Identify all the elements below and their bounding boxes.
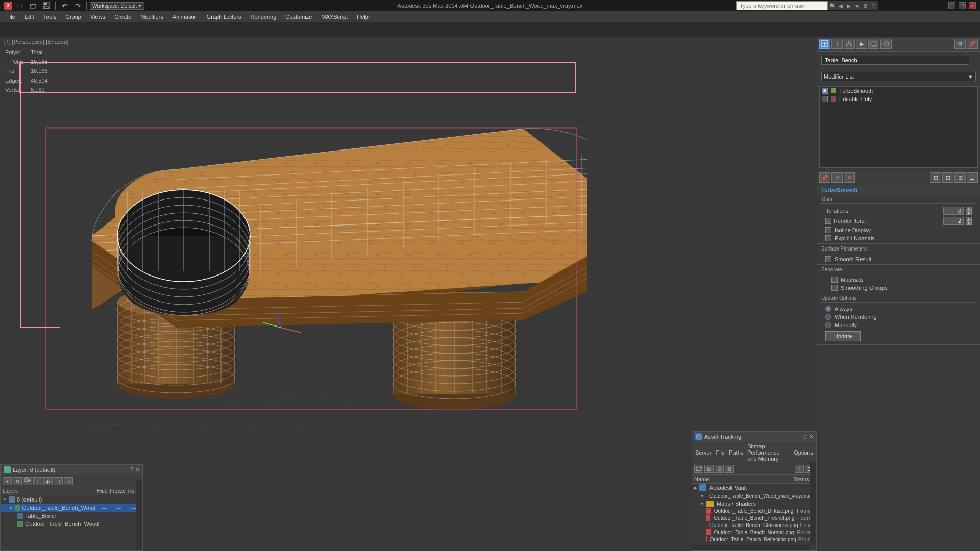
asset-item-max-file[interactable]: ▼ Outdoor_Table_Bench_Wood_max_vray.max … [692, 492, 816, 500]
panel-settings-btn[interactable]: ⚙ [954, 39, 966, 49]
iterations-down[interactable]: ▼ [966, 211, 972, 215]
menu-animation[interactable]: Animation [168, 13, 202, 21]
panel-create-btn[interactable] [819, 39, 830, 49]
iterations-input[interactable] [943, 207, 964, 215]
smoothing-groups-checkbox[interactable] [831, 285, 838, 291]
search-go-btn[interactable]: 🔍 [829, 2, 836, 9]
invert-btn[interactable]: ⊠ [954, 172, 966, 183]
panel-hierarchy-btn[interactable] [844, 39, 855, 49]
menu-views[interactable]: Views [86, 13, 109, 21]
minimize-btn[interactable]: − [948, 2, 955, 9]
iterations-spinner[interactable]: ▲ ▼ [966, 207, 972, 215]
config-btn[interactable]: ☰ [967, 172, 978, 183]
asset-menu-paths[interactable]: Paths [729, 449, 743, 456]
show-none-btn[interactable]: ⊟ [942, 172, 953, 183]
layer-panel-close[interactable]: × [136, 466, 139, 473]
asset-menu-options[interactable]: Options [794, 449, 813, 456]
panel-modify-btn[interactable]: | [831, 39, 843, 49]
asset-select-all-btn[interactable]: ⊞ [704, 465, 714, 473]
asset-panel-restore[interactable]: □ [804, 433, 807, 440]
modifier-checkbox-turbosmooth[interactable] [822, 88, 828, 94]
always-radio[interactable] [825, 306, 831, 312]
when-rendering-radio[interactable] [825, 314, 831, 320]
modifier-checkbox-editablepoly[interactable] [822, 96, 828, 102]
render-iters-checkbox[interactable] [825, 218, 831, 224]
asset-invert-btn[interactable]: ⊠ [725, 465, 734, 473]
modifier-item-editablepoly[interactable]: Editable Poly [820, 95, 977, 103]
panel-pin-btn[interactable]: 📌 [967, 39, 978, 49]
menu-modifiers[interactable]: Modifiers [136, 13, 167, 21]
search-star-btn[interactable]: ★ [853, 2, 861, 9]
layer-move-up-btn[interactable]: ↑↑ [54, 477, 63, 485]
asset-item-maps-folder[interactable]: ▼ Maps / Shaders [692, 500, 816, 507]
materials-checkbox[interactable] [831, 277, 838, 283]
asset-help-btn[interactable]: ? [795, 465, 804, 473]
asset-refresh-btn[interactable] [694, 465, 703, 473]
search-settings-btn[interactable]: ⚙ [862, 2, 869, 9]
smooth-result-checkbox[interactable] [825, 256, 831, 262]
menu-customize[interactable]: Customize [281, 13, 316, 21]
layer-panel-question[interactable]: ? [130, 466, 134, 473]
menu-graph-editors[interactable]: Graph Editors [203, 13, 246, 21]
restore-btn[interactable]: □ [959, 2, 966, 9]
asset-select-none-btn[interactable]: ⊟ [715, 465, 724, 473]
menu-file[interactable]: File [2, 13, 19, 21]
workspace-selector[interactable]: Workspace: Default ▼ [90, 2, 144, 10]
menu-tools[interactable]: Tools [39, 13, 61, 21]
render-iters-input[interactable] [943, 217, 964, 225]
search-help-btn[interactable]: ? [870, 2, 877, 9]
new-btn[interactable]: □ [14, 0, 26, 11]
layer-freeze-outdoor[interactable]: — [112, 505, 125, 511]
panel-utilities-btn[interactable] [880, 39, 892, 49]
search-next-btn[interactable]: ▶ [845, 2, 852, 9]
modifier-list-dropdown[interactable]: Modifier List ▼ [821, 72, 976, 81]
asset-item-fresnel[interactable]: Outdoor_Table_Bench_Fresnel.png Found [692, 514, 816, 521]
menu-help[interactable]: Help [353, 13, 373, 21]
asset-panel-minimize[interactable]: − [798, 433, 802, 440]
update-btn[interactable]: Update [825, 331, 861, 341]
layer-scrollbar[interactable] [136, 480, 142, 550]
modifier-stack-area[interactable]: TurboSmooth Editable Poly [819, 86, 978, 168]
panel-display-btn[interactable] [868, 39, 879, 49]
open-btn[interactable] [28, 0, 39, 11]
asset-item-normal[interactable]: Outdoor_Table_Bench_Normal.png Found [692, 529, 816, 536]
isoline-checkbox[interactable] [825, 227, 831, 233]
layer-item-default[interactable]: ▼ 0 (default) [1, 495, 142, 504]
layer-hide-outdoor[interactable]: — [97, 505, 110, 511]
layer-create-btn[interactable]: + [3, 477, 12, 485]
panel-motion-btn[interactable]: ▶ [856, 39, 867, 49]
search-prev-btn[interactable]: ◀ [837, 2, 844, 9]
asset-item-vault[interactable]: ▶ Autodesk Vault [692, 484, 816, 492]
layer-select-obj-btn[interactable]: ↑ [33, 477, 42, 485]
layer-highlight-btn[interactable]: ◈ [43, 477, 53, 485]
search-input[interactable] [736, 1, 828, 10]
layer-item-outdoor-wood2[interactable]: Outdoor_Table_Bench_Wood [1, 520, 142, 528]
menu-maxscript[interactable]: MAXScript [317, 13, 352, 21]
asset-item-diffuse[interactable]: Outdoor_Table_Bench_Diffuse.png Found [692, 507, 816, 514]
layer-item-outdoor-bench[interactable]: ▼ Outdoor_Table_Bench_Wood — — — [1, 504, 142, 512]
asset-item-glossiness[interactable]: Outdoor_Table_Bench_Glossiness.png Found [692, 521, 816, 529]
redo-btn[interactable]: ↷ [72, 0, 83, 11]
render-iters-down[interactable]: ▼ [966, 221, 972, 225]
close-btn[interactable]: × [969, 2, 976, 9]
asset-scrollbar-h[interactable] [692, 544, 810, 550]
pin-stack-btn[interactable]: 📌 [819, 172, 830, 183]
asset-menu-server[interactable]: Server [695, 449, 712, 456]
asset-panel-close[interactable]: × [810, 433, 813, 440]
undo-btn[interactable]: ↶ [59, 0, 70, 11]
asset-menu-bitmap[interactable]: Bitmap Performance and Memory [747, 443, 790, 462]
menu-rendering[interactable]: Rendering [247, 13, 281, 21]
layer-add-selection-btn[interactable] [23, 477, 32, 485]
menu-group[interactable]: Group [61, 13, 85, 21]
asset-item-reflection[interactable]: Outdoor_Table_Bench_Reflection.png Found [692, 536, 816, 543]
layer-move-down-btn[interactable]: ↓↓ [64, 477, 73, 485]
menu-create[interactable]: Create [110, 13, 135, 21]
manually-radio[interactable] [825, 322, 831, 328]
show-all-btn[interactable]: ⊞ [930, 172, 941, 183]
asset-scrollbar-v[interactable] [810, 462, 816, 544]
layer-delete-btn[interactable]: ✕ [13, 477, 22, 485]
modifier-item-turbosmooth[interactable]: TurboSmooth [820, 87, 977, 95]
layer-item-table-bench[interactable]: Table_Bench [1, 512, 142, 520]
object-name-input[interactable] [821, 56, 969, 65]
explicit-normals-checkbox[interactable] [825, 235, 831, 241]
